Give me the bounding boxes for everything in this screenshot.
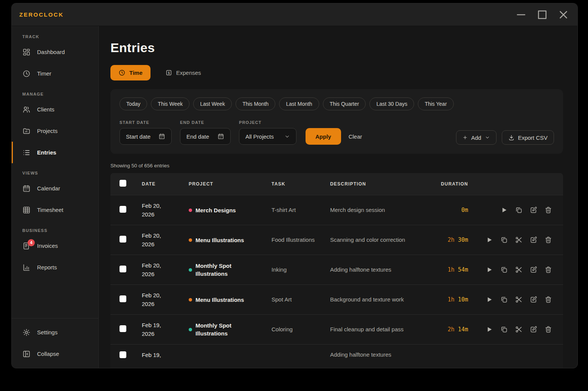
quick-range-chip-last-month[interactable]: Last Month xyxy=(279,97,319,110)
edit-icon xyxy=(530,266,537,274)
trash-icon xyxy=(545,326,552,333)
copy-icon xyxy=(515,206,523,214)
entry-duration: 2h 14m xyxy=(431,326,468,333)
sidebar-item-dashboard[interactable]: Dashboard xyxy=(12,41,98,63)
split-entry-button[interactable] xyxy=(515,326,523,333)
filter-controls-row: START DATE Start date END DATE End date xyxy=(119,120,554,145)
sidebar-item-reports[interactable]: Reports xyxy=(12,257,98,278)
row-checkbox[interactable] xyxy=(119,325,126,332)
duplicate-entry-button[interactable] xyxy=(515,206,523,214)
end-date-input[interactable]: End date xyxy=(180,128,231,145)
row-actions xyxy=(468,296,563,303)
play-timer-button[interactable] xyxy=(486,296,493,303)
duration-minutes: 30m xyxy=(458,236,468,243)
split-entry-button[interactable] xyxy=(515,236,523,244)
duration-minutes: 14m xyxy=(458,326,468,333)
table-row: Feb 19,2026 Monthly Spot Illustrations C… xyxy=(110,314,563,344)
play-icon xyxy=(486,266,493,274)
quick-range-chip-last-30-days[interactable]: Last 30 Days xyxy=(369,97,414,110)
duration-hours: 1h xyxy=(448,266,455,273)
entry-duration: 1h 10m xyxy=(431,296,468,303)
edit-entry-button[interactable] xyxy=(530,326,537,333)
clear-button[interactable]: Clear xyxy=(349,128,362,145)
quick-range-chip-last-week[interactable]: Last Week xyxy=(193,97,232,110)
users-icon xyxy=(22,105,31,114)
delete-entry-button[interactable] xyxy=(545,206,552,214)
apply-button[interactable]: Apply xyxy=(306,128,341,145)
entry-description: Background and texture work xyxy=(324,295,431,304)
sidebar-item-timer[interactable]: Timer xyxy=(12,63,98,84)
close-button[interactable] xyxy=(557,8,570,21)
play-timer-button[interactable] xyxy=(486,326,493,333)
row-checkbox[interactable] xyxy=(119,351,126,358)
minimize-button[interactable] xyxy=(515,8,527,21)
delete-entry-button[interactable] xyxy=(545,236,552,244)
start-date-input[interactable]: Start date xyxy=(119,128,172,145)
sidebar-item-collapse[interactable]: Collapse xyxy=(12,343,98,365)
edit-entry-button[interactable] xyxy=(530,296,537,303)
quick-range-chip-today[interactable]: Today xyxy=(119,97,147,110)
play-timer-button[interactable] xyxy=(500,206,508,214)
app-window: ZEROCLOCK TRACKDashboardTimerMANAGEClien… xyxy=(11,3,578,368)
add-button-label: Add xyxy=(471,134,481,141)
entry-duration: 2h 30m xyxy=(431,236,468,243)
entry-date: Feb 20,2026 xyxy=(133,231,183,249)
chevron-down-icon xyxy=(284,134,290,139)
calendar-icon xyxy=(22,184,31,193)
duplicate-entry-button[interactable] xyxy=(500,236,508,244)
edit-entry-button[interactable] xyxy=(530,236,537,244)
delete-entry-button[interactable] xyxy=(545,296,552,303)
quick-range-chips: TodayThis WeekLast WeekThis MonthLast Mo… xyxy=(119,97,554,110)
scissors-icon xyxy=(515,236,523,244)
row-checkbox[interactable] xyxy=(119,206,126,213)
sidebar-item-settings[interactable]: Settings xyxy=(12,321,98,343)
entry-description: Adding halftone textures xyxy=(324,351,431,359)
sidebar-item-invoices[interactable]: 4Invoices xyxy=(12,235,98,257)
split-entry-button[interactable] xyxy=(515,266,523,274)
quick-range-chip-this-year[interactable]: This Year xyxy=(418,97,453,110)
entry-task: Coloring xyxy=(267,325,324,334)
sidebar-item-calendar[interactable]: Calendar xyxy=(12,178,98,199)
copy-icon xyxy=(500,296,508,303)
sidebar-item-entries[interactable]: Entries xyxy=(12,142,98,163)
trash-icon xyxy=(545,296,552,303)
tab-expenses[interactable]: $ Expenses xyxy=(157,65,209,80)
scissors-icon xyxy=(515,266,523,274)
edit-icon xyxy=(530,236,537,244)
quick-range-chip-this-quarter[interactable]: This Quarter xyxy=(323,97,366,110)
row-checkbox[interactable] xyxy=(119,295,126,302)
row-checkbox[interactable] xyxy=(119,266,126,272)
duplicate-entry-button[interactable] xyxy=(500,266,508,274)
duplicate-entry-button[interactable] xyxy=(500,296,508,303)
edit-entry-button[interactable] xyxy=(530,206,537,214)
title-bar: ZEROCLOCK xyxy=(12,3,577,26)
play-timer-button[interactable] xyxy=(486,236,493,244)
end-date-field: END DATE End date xyxy=(180,120,231,145)
delete-entry-button[interactable] xyxy=(545,326,552,333)
maximize-icon xyxy=(536,8,549,21)
quick-range-chip-this-month[interactable]: This Month xyxy=(236,97,275,110)
barchart-icon xyxy=(22,263,31,272)
select-all-checkbox[interactable] xyxy=(119,180,126,187)
play-timer-button[interactable] xyxy=(486,266,493,274)
project-select[interactable]: All Projects xyxy=(239,128,296,145)
delete-entry-button[interactable] xyxy=(545,266,552,274)
quick-range-chip-this-week[interactable]: This Week xyxy=(151,97,189,110)
tab-time[interactable]: Time xyxy=(110,65,150,80)
duplicate-entry-button[interactable] xyxy=(500,326,508,333)
row-checkbox[interactable] xyxy=(119,236,126,243)
sidebar-item-clients[interactable]: Clients xyxy=(12,99,98,120)
split-entry-button[interactable] xyxy=(515,296,523,303)
add-button[interactable]: Add xyxy=(456,130,496,145)
maximize-button[interactable] xyxy=(536,8,549,21)
project-name: Merch Designs xyxy=(195,206,236,214)
end-date-placeholder: End date xyxy=(186,133,209,140)
copy-icon xyxy=(500,236,508,244)
sidebar-item-projects[interactable]: Projects xyxy=(12,120,98,142)
entry-date: Feb 20,2026 xyxy=(133,201,183,219)
tab-time-label: Time xyxy=(129,70,143,76)
export-csv-button[interactable]: Export CSV xyxy=(502,130,554,145)
sidebar-item-label: Settings xyxy=(37,329,57,335)
edit-entry-button[interactable] xyxy=(530,266,537,274)
sidebar-item-timesheet[interactable]: Timesheet xyxy=(12,199,98,221)
